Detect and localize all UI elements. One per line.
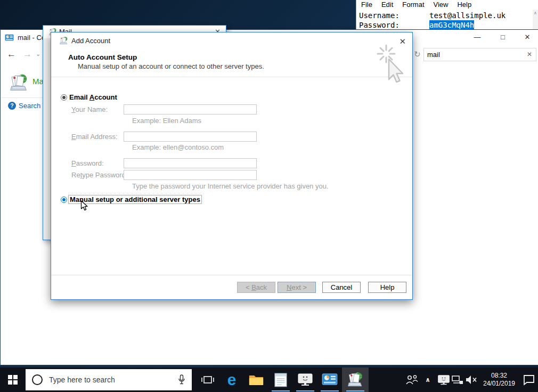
notepad-line-username: Username: test@allsimple.uk [359, 11, 538, 20]
menu-view[interactable]: View [434, 1, 449, 9]
open-app-indicator [346, 390, 364, 392]
microphone-icon[interactable] [178, 374, 185, 385]
menu-format[interactable]: Format [402, 1, 424, 9]
taskbar-app-edge[interactable]: e [219, 368, 244, 392]
clock-time: 08:32 [480, 372, 518, 380]
system-tray: ∧ 08:32 24/01/2019 [405, 368, 538, 392]
mail-setup-taskbar-icon [347, 371, 364, 388]
email-address-label: Email Address: [71, 133, 118, 141]
taskbar-app-mail-setup[interactable] [342, 368, 369, 392]
next-button[interactable]: Next > [278, 282, 316, 293]
busy-cursor-graphic [375, 44, 409, 88]
chevron-down-icon[interactable]: ⌄ [36, 51, 40, 58]
help-question-icon: ? [8, 102, 16, 110]
password-label: Password: [71, 159, 104, 167]
mail-applet-icon[interactable] [9, 73, 29, 93]
open-app-indicator [272, 390, 290, 392]
password-input[interactable] [124, 158, 257, 168]
forward-arrow-icon[interactable]: → [23, 49, 32, 60]
notepad-window: File Edit Format View Help Username: tes… [356, 0, 538, 30]
mouse-cursor [80, 200, 88, 211]
menu-file[interactable]: File [361, 1, 372, 9]
help-button[interactable]: Help [368, 282, 406, 293]
your-name-label: Your Name: [71, 105, 108, 113]
wizard-subheading: Manual setup of an account or connect to… [78, 62, 264, 70]
wizard-heading: Auto Account Setup [68, 53, 137, 61]
password-hint: Type the password your Internet service … [132, 182, 329, 190]
menu-help[interactable]: Help [457, 1, 471, 9]
retype-password-label: Retype Password: [71, 171, 128, 179]
taskbar-clock[interactable]: 08:32 24/01/2019 [480, 372, 518, 388]
notepad-scrollbar[interactable]: ∧ [533, 10, 538, 30]
add-account-title: Add Account [71, 37, 110, 45]
back-button[interactable]: < Back [237, 282, 275, 293]
notepad-line-password: Password: amG3cMqN4h [359, 20, 538, 30]
search-input[interactable] [424, 48, 520, 61]
open-app-indicator [321, 390, 339, 392]
taskbar-app-notepad[interactable] [268, 368, 293, 392]
monitor-face-icon [297, 373, 313, 387]
taskbar-app-control-panel[interactable] [317, 368, 342, 392]
clock-date: 24/01/2019 [480, 380, 518, 388]
start-button[interactable] [0, 368, 26, 392]
file-explorer-icon [248, 373, 264, 387]
refresh-icon[interactable]: ↻ [414, 50, 421, 59]
email-account-radio-label[interactable]: Email Account [69, 93, 117, 101]
action-center-icon [523, 374, 535, 386]
close-button[interactable]: ✕ [518, 30, 536, 45]
clear-search-icon[interactable]: ✕ [527, 51, 532, 58]
chevron-up-icon: ∧ [425, 376, 430, 383]
email-account-radio[interactable] [61, 94, 67, 101]
control-panel-icon [5, 34, 14, 42]
password-value-selected: amG3cMqN4h [429, 20, 474, 30]
open-app-indicator [296, 390, 314, 392]
taskbar-app-remote-viewer[interactable] [293, 368, 317, 392]
manual-setup-radio[interactable] [61, 197, 67, 203]
add-account-icon [59, 36, 68, 45]
network-tray-button[interactable] [451, 368, 464, 392]
notepad-text-area[interactable]: Username: test@allsimple.uk Password: am… [356, 9, 538, 30]
speaker-muted-icon [464, 374, 478, 385]
add-account-dialog: Add Account ✕ Auto Account Setup Manual … [51, 32, 413, 300]
taskbar: Type here to search e ∧ [0, 368, 538, 392]
email-address-hint: Example: ellen@contoso.com [132, 143, 224, 151]
windows-logo-icon [8, 375, 18, 385]
minimize-button[interactable]: — [468, 30, 486, 45]
your-name-hint: Example: Ellen Adams [132, 117, 201, 125]
control-panel-search-box[interactable]: ✕ [423, 48, 536, 61]
cortana-icon [32, 374, 43, 385]
show-hidden-icons-button[interactable]: ∧ [419, 368, 437, 392]
maximize-button[interactable]: □ [494, 30, 512, 45]
notepad-icon [274, 372, 287, 387]
taskbar-app-explorer[interactable] [244, 368, 268, 392]
taskbar-search-box[interactable]: Type here to search [26, 369, 192, 390]
taskbar-search-placeholder: Type here to search [49, 375, 115, 384]
network-icon [451, 374, 464, 385]
control-panel-taskbar-icon [322, 373, 338, 386]
people-icon [405, 374, 419, 385]
task-view-button[interactable] [196, 368, 219, 392]
footer-separator [52, 275, 412, 275]
window-title: mail - Co [18, 34, 45, 42]
action-center-button[interactable] [520, 368, 538, 392]
task-view-icon [201, 374, 215, 385]
scroll-up-icon[interactable]: ∧ [534, 11, 537, 15]
notepad-menubar: File Edit Format View Help [356, 0, 538, 9]
volume-tray-button[interactable] [464, 368, 478, 392]
edge-icon: e [227, 372, 237, 388]
back-arrow-icon[interactable]: ← [7, 49, 16, 60]
manual-setup-radio-label[interactable]: Manual setup or additional server types [69, 195, 201, 203]
username-value: test@allsimple.uk [429, 11, 506, 20]
header-separator [51, 77, 412, 77]
email-address-input[interactable] [124, 132, 257, 142]
menu-edit[interactable]: Edit [381, 1, 393, 9]
people-tray-button[interactable] [405, 368, 419, 392]
remote-viewer-tray-button[interactable] [437, 368, 451, 392]
cancel-button[interactable]: Cancel [322, 282, 361, 293]
monitor-face-tray-icon [437, 374, 450, 386]
desktop: { "icons": { "close": "✕", "minimize": "… [0, 0, 538, 392]
your-name-input[interactable] [124, 104, 257, 115]
retype-password-input[interactable] [124, 170, 257, 180]
